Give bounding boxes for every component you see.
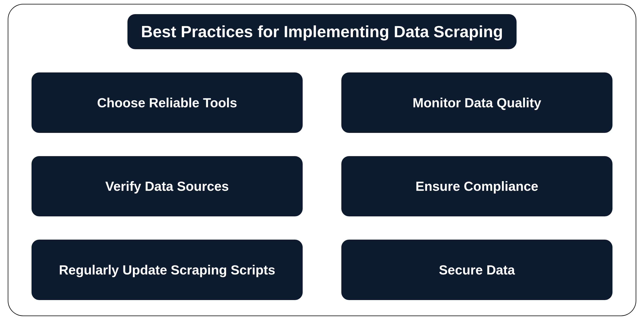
card-label: Choose Reliable Tools (97, 95, 237, 110)
card-label: Secure Data (439, 262, 515, 277)
card-verify-data-sources: Verify Data Sources (32, 156, 303, 217)
card-label: Regularly Update Scraping Scripts (59, 262, 276, 277)
items-grid: Choose Reliable Tools Monitor Data Quali… (28, 72, 616, 300)
card-secure-data: Secure Data (341, 240, 612, 300)
card-ensure-compliance: Ensure Compliance (341, 156, 612, 217)
card-label: Ensure Compliance (416, 179, 538, 194)
card-label: Verify Data Sources (106, 179, 229, 194)
card-label: Monitor Data Quality (413, 95, 541, 110)
card-choose-reliable-tools: Choose Reliable Tools (32, 72, 303, 133)
diagram-title: Best Practices for Implementing Data Scr… (128, 14, 516, 49)
card-monitor-data-quality: Monitor Data Quality (341, 72, 612, 133)
card-regularly-update-scraping-scripts: Regularly Update Scraping Scripts (32, 240, 303, 300)
diagram-container: Best Practices for Implementing Data Scr… (8, 4, 636, 316)
